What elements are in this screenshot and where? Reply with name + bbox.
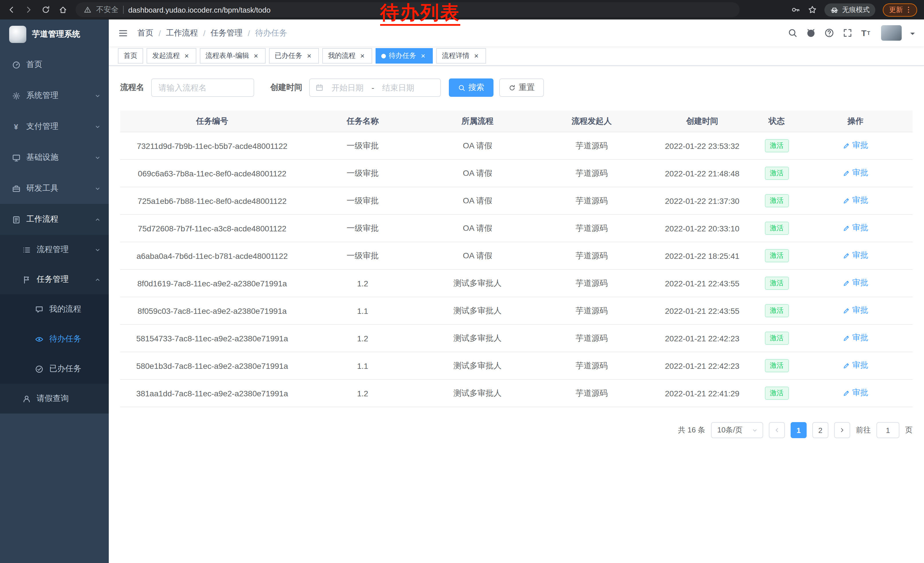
tab-close-icon[interactable]: ×	[183, 52, 190, 60]
tab-item-1[interactable]: 发起流程×	[147, 48, 196, 63]
start-date-input[interactable]	[326, 83, 369, 92]
breadcrumb-item[interactable]: 首页	[137, 28, 153, 38]
tab-item-5[interactable]: 待办任务×	[375, 48, 433, 63]
tab-close-icon[interactable]: ×	[419, 52, 427, 60]
sidebar-item-label: 首页	[26, 60, 42, 70]
cell-process: OA 请假	[422, 195, 534, 206]
chevron-up-icon	[94, 216, 101, 222]
approve-button[interactable]: 审批	[843, 195, 868, 206]
cell-initiator: 芋道源码	[534, 251, 650, 261]
update-button[interactable]: 更新	[883, 3, 917, 17]
page-button-1[interactable]: 1	[790, 422, 807, 438]
approve-label: 审批	[852, 306, 868, 316]
approve-button[interactable]: 审批	[843, 388, 868, 398]
navbar-tools: TT	[788, 25, 915, 41]
page-size-value: 10条/页	[717, 425, 742, 435]
table-row: 725a1eb6-7b88-11ec-8ef0-acde48001122一级审批…	[120, 187, 912, 215]
user-avatar[interactable]	[881, 25, 902, 41]
cell-id: 8f0d1619-7ac8-11ec-a9e2-a2380e71991a	[120, 279, 304, 288]
sidebar-item-task-mgmt[interactable]: 任务管理	[0, 264, 109, 294]
table-row: 580e1b3d-7ac8-11ec-a9e2-a2380e71991a1.1测…	[120, 352, 912, 380]
tab-close-icon[interactable]: ×	[305, 52, 313, 60]
prev-page-button[interactable]	[769, 422, 785, 438]
sidebar-item-infrastructure[interactable]: 基础设施	[0, 142, 109, 173]
approve-button[interactable]: 审批	[843, 141, 868, 151]
fullscreen-icon[interactable]	[843, 28, 853, 38]
font-size-icon[interactable]: TT	[861, 28, 870, 38]
action-cell: 审批	[798, 306, 912, 316]
goto-page-input[interactable]	[876, 422, 899, 438]
home-icon[interactable]	[58, 5, 68, 14]
search-button[interactable]: 搜索	[449, 78, 494, 97]
sidebar-item-devtools[interactable]: 研发工具	[0, 173, 109, 204]
select-caret-icon	[752, 427, 758, 433]
sidebar-item-leave-query[interactable]: 请假查询	[0, 384, 109, 413]
table-row: 069c6a63-7b8a-11ec-8ef0-acde48001122一级审批…	[120, 160, 912, 187]
back-icon[interactable]	[7, 5, 16, 14]
cell-id: 381aa1dd-7ac8-11ec-a9e2-a2380e71991a	[120, 389, 304, 398]
approve-label: 审批	[852, 360, 868, 371]
approve-button[interactable]: 审批	[843, 278, 868, 288]
sidebar-item-payment[interactable]: ¥支付管理	[0, 111, 109, 142]
status-badge: 激活	[765, 222, 789, 235]
reload-icon[interactable]	[41, 5, 50, 14]
approve-button[interactable]: 审批	[843, 306, 868, 316]
app-logo[interactable]: 芋道管理系统	[0, 20, 109, 49]
tab-item-4[interactable]: 我的流程×	[322, 48, 372, 63]
page-button-2[interactable]: 2	[812, 422, 828, 438]
process-name-input[interactable]	[151, 78, 254, 97]
tab-item-6[interactable]: 流程详情×	[436, 48, 486, 63]
url-text: dashboard.yudao.iocoder.cn/bpm/task/todo	[128, 6, 270, 14]
cell-name: 1.1	[304, 361, 422, 370]
forward-icon[interactable]	[24, 5, 33, 14]
key-icon[interactable]	[791, 5, 800, 14]
browser-menu-icon[interactable]	[904, 6, 912, 14]
reset-button[interactable]: 重置	[499, 78, 544, 97]
cell-name: 一级审批	[304, 168, 422, 179]
approve-button[interactable]: 审批	[843, 223, 868, 233]
column-header: 任务名称	[304, 116, 422, 126]
cell-id: 725a1eb6-7b88-11ec-8ef0-acde48001122	[120, 196, 304, 205]
tab-item-3[interactable]: 已办任务×	[269, 48, 319, 63]
approve-button[interactable]: 审批	[843, 168, 868, 179]
sidebar-item-process-mgmt[interactable]: 流程管理	[0, 235, 109, 264]
cell-id: 580e1b3d-7ac8-11ec-a9e2-a2380e71991a	[120, 361, 304, 370]
sidebar-item-home[interactable]: 首页	[0, 49, 109, 80]
next-page-button[interactable]	[834, 422, 850, 438]
page-size-select[interactable]: 10条/页	[711, 422, 763, 438]
approve-button[interactable]: 审批	[843, 333, 868, 343]
help-icon[interactable]	[825, 28, 834, 38]
total-count: 共 16 条	[678, 425, 705, 435]
approve-button[interactable]: 审批	[843, 360, 868, 371]
search-icon[interactable]	[788, 28, 798, 38]
sidebar-item-workflow[interactable]: 工作流程	[0, 204, 109, 235]
cell-name: 一级审批	[304, 251, 422, 261]
bookmark-star-icon[interactable]	[808, 5, 817, 14]
sidebar-item-todo-task[interactable]: 待办任务	[0, 324, 109, 354]
gear-icon	[12, 92, 21, 100]
cell-created: 2022-01-22 21:48:48	[650, 169, 755, 178]
github-icon[interactable]	[806, 28, 816, 38]
tab-close-icon[interactable]: ×	[358, 52, 366, 60]
cell-initiator: 芋道源码	[534, 195, 650, 206]
hamburger-icon[interactable]	[118, 28, 128, 38]
avatar-caret-icon[interactable]	[910, 32, 915, 37]
tab-item-0[interactable]: 首页	[118, 48, 143, 63]
breadcrumb-item[interactable]: 任务管理	[211, 28, 243, 38]
tab-item-2[interactable]: 流程表单-编辑×	[200, 48, 266, 63]
tab-close-icon[interactable]: ×	[252, 52, 260, 60]
approve-button[interactable]: 审批	[843, 251, 868, 261]
sidebar-item-system[interactable]: 系统管理	[0, 80, 109, 111]
goto-label: 前往	[856, 425, 871, 435]
cell-id: a6aba0a4-7b6d-11ec-b781-acde48001122	[120, 251, 304, 260]
sidebar-item-my-process[interactable]: 我的流程	[0, 294, 109, 324]
breadcrumb-item[interactable]: 工作流程	[166, 28, 198, 38]
status-badge: 激活	[765, 277, 789, 290]
approve-label: 审批	[852, 251, 868, 261]
cell-name: 一级审批	[304, 141, 422, 151]
date-range-picker[interactable]: -	[309, 78, 441, 97]
reset-button-label: 重置	[519, 83, 535, 93]
end-date-input[interactable]	[376, 83, 420, 92]
sidebar-item-done-task[interactable]: 已办任务	[0, 354, 109, 384]
tab-close-icon[interactable]: ×	[472, 52, 480, 60]
